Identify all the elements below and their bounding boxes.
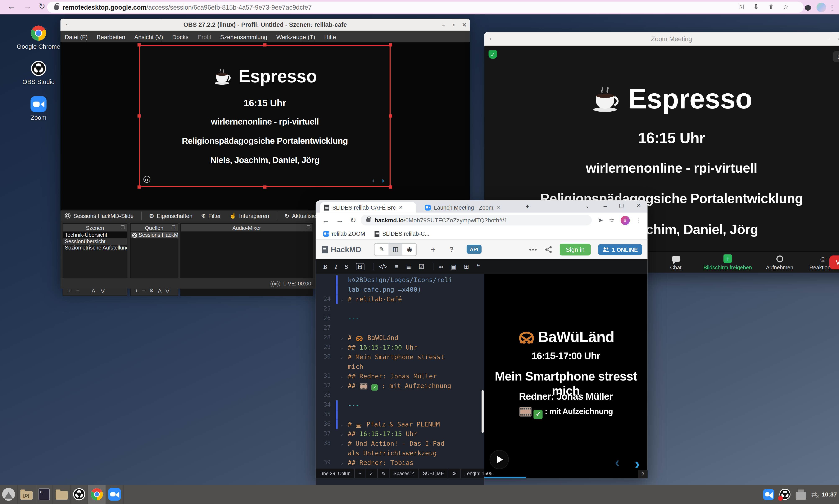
tray-obs-icon[interactable]	[779, 488, 791, 500]
minimize-icon[interactable]: –	[827, 36, 830, 41]
format-icon-0[interactable]: B	[323, 264, 327, 270]
bookmark-star-icon[interactable]: ☆	[609, 216, 615, 224]
pause-icon[interactable]: ▮▮	[143, 176, 150, 183]
taskbar-chrome[interactable]	[88, 485, 106, 504]
format-icon-4[interactable]: </>	[378, 264, 388, 270]
scene-item[interactable]: Sessionübersicht	[63, 238, 127, 245]
tray-zoom-icon[interactable]	[763, 489, 774, 500]
desktop-icon-chrome[interactable]: Google Chrome	[9, 25, 68, 50]
editor-line[interactable]: als Unterrichtswerkzeug	[316, 448, 484, 458]
editor-line[interactable]: 28⌄# BaWüLänd	[316, 333, 484, 342]
format-icon-7[interactable]: ☑	[419, 263, 424, 270]
menu-datei[interactable]: Datei (F)	[65, 33, 87, 40]
menu-szenensammlung[interactable]: Szenensammlung	[220, 33, 267, 40]
format-icon-2[interactable]: S	[345, 264, 348, 270]
brush-icon[interactable]: ✎	[378, 469, 390, 478]
key-icon[interactable]: ⚿	[739, 3, 743, 11]
menu-dots-icon[interactable]: ⋮	[828, 0, 836, 14]
menu-profil[interactable]: Profil	[198, 33, 211, 40]
taskbar-zoom[interactable]	[106, 485, 123, 504]
share-icon[interactable]: ⇧	[768, 3, 774, 11]
address-bar[interactable]: hackmd.io/0Moh79SUTFCZoZzympwlTQ?both#/1	[361, 215, 592, 226]
scene-item[interactable]: Technik-Übersicht	[63, 232, 127, 238]
api-button[interactable]: API	[466, 245, 481, 254]
view-button[interactable]: ⊞ Anzeigen	[833, 51, 839, 62]
slide-next-icon[interactable]: ›	[382, 176, 384, 184]
close-icon[interactable]: ✕	[462, 22, 466, 28]
taskbar-screenshot-folder[interactable]: [D]	[18, 485, 35, 504]
bookmark-star-icon[interactable]: ☆	[783, 3, 789, 11]
zoom-titlebar[interactable]: ▪ Zoom Meeting – ▫	[484, 32, 839, 46]
editor-line[interactable]: 29⌄## 16:15-17:00 Uhr	[316, 342, 484, 352]
back-icon[interactable]: ←	[7, 2, 16, 11]
taskbar-obs[interactable]	[71, 485, 88, 504]
minimize-icon[interactable]: –	[442, 22, 445, 28]
handle[interactable]	[389, 114, 392, 118]
taskbar-file-manager[interactable]	[53, 485, 70, 504]
fold-chevron-icon[interactable]: ⌄	[340, 294, 343, 304]
handle[interactable]	[137, 43, 141, 47]
format-icon-5[interactable]: ≡	[395, 264, 398, 270]
format-icon-1[interactable]: I	[335, 264, 337, 270]
minimize-icon[interactable]: –	[603, 202, 607, 209]
address-bar[interactable]: remotedesktop.google.com/access/session/…	[47, 2, 804, 13]
share-screen-button[interactable]: ↑ Bildschirm freigeben	[699, 254, 757, 270]
slide-prev-icon[interactable]: ‹	[372, 176, 375, 184]
editor-line[interactable]: 35	[316, 410, 484, 419]
taskbar-terminal[interactable]: >_	[35, 485, 53, 504]
editor-line[interactable]: 24⌄# relilab-Café	[316, 294, 484, 304]
handle[interactable]	[263, 43, 266, 47]
bookmark-slides[interactable]: SLIDES relilab-C...	[375, 230, 429, 237]
avatar[interactable]	[817, 2, 826, 12]
format-icon-9[interactable]: ▣	[450, 263, 456, 270]
edit-mode-button[interactable]: ✎	[375, 244, 389, 255]
scrollbar[interactable]	[482, 390, 484, 433]
editor-line[interactable]: 30⌄# Mein Smartphone stresst	[316, 352, 484, 362]
handle[interactable]	[263, 185, 266, 188]
format-icon-11[interactable]: ❝	[476, 263, 480, 270]
fold-chevron-icon[interactable]: ⌄	[340, 352, 343, 362]
editor-line[interactable]: 37⌄## 16:15-17:15 Uhr	[316, 429, 484, 439]
editor-line[interactable]: 38⌄# Und Action! - Das I-Pad	[316, 439, 484, 448]
popout-icon[interactable]: ❐	[307, 225, 310, 230]
security-shield-icon[interactable]: ✓	[489, 50, 497, 59]
hackmd-brand[interactable]: HackMD	[322, 245, 361, 254]
sign-in-button[interactable]: Sign in	[560, 244, 590, 255]
fold-chevron-icon[interactable]: ⌄	[340, 429, 343, 439]
obs-titlebar[interactable]: ▪ OBS 27.2.2 (linux) - Profil: Untitled …	[61, 19, 470, 31]
fold-chevron-icon[interactable]: ⌄	[340, 333, 343, 342]
tab-zoom-meeting[interactable]: Launch Meeting - Zoom ✕	[421, 202, 512, 213]
slide-preview-pane[interactable]: BaWüLänd 16:15-17:00 Uhr Mein Smartphone…	[484, 274, 647, 478]
tab-close-icon[interactable]: ✕	[398, 204, 403, 210]
editor-line[interactable]: 25	[316, 304, 484, 314]
taskbar-app-launcher[interactable]	[0, 485, 18, 504]
leave-button[interactable]: Verlassen	[829, 255, 839, 269]
menu-hilfe[interactable]: Hilfe	[324, 33, 336, 40]
format-icon-6[interactable]: ≣	[406, 263, 411, 270]
handle[interactable]	[137, 185, 141, 188]
editor-line[interactable]: 31⌄## Redner: Jonas Müller	[316, 371, 484, 381]
new-note-icon[interactable]: +	[431, 245, 435, 254]
menu-dots-icon[interactable]: ⋮	[636, 216, 642, 224]
back-icon[interactable]: ←	[322, 216, 330, 224]
new-tab-icon[interactable]: +	[525, 202, 529, 211]
format-icon-8[interactable]: ∞	[439, 264, 443, 270]
menu-docks[interactable]: Docks	[172, 33, 189, 40]
tab-hackmd[interactable]: SLIDES relilab-CAFÉ Breakout ✕	[320, 202, 416, 213]
share-nodes-icon[interactable]	[545, 246, 552, 253]
desktop-icon-obs[interactable]: OBS Studio	[9, 60, 68, 85]
menu-bearbeiten[interactable]: Bearbeiten	[97, 33, 125, 40]
reload-icon[interactable]: ↻	[350, 216, 356, 224]
dock-button-eigenschaften[interactable]: ⚙Eigenschaften	[145, 213, 197, 219]
popout-icon[interactable]: ❐	[121, 225, 125, 230]
play-button[interactable]	[490, 450, 509, 469]
network-disconnected-icon[interactable]: ⇄✕	[811, 490, 817, 498]
source-item[interactable]: Sessions HackMD-Slide	[131, 232, 178, 238]
popout-icon[interactable]: ❐	[172, 225, 175, 230]
check-icon[interactable]: ✓	[365, 469, 378, 478]
bookmark-relilab-zoom[interactable]: relilab ZOOM	[323, 230, 365, 237]
tab-close-icon[interactable]: ✕	[496, 204, 500, 210]
editor-line[interactable]: 32⌄## ✓ : mit Aufzeichnung	[316, 381, 484, 391]
editor-line[interactable]: 36⌄# Pfalz & Saar PLENUM	[316, 419, 484, 429]
chevron-down-icon[interactable]: ⌄	[585, 203, 589, 209]
